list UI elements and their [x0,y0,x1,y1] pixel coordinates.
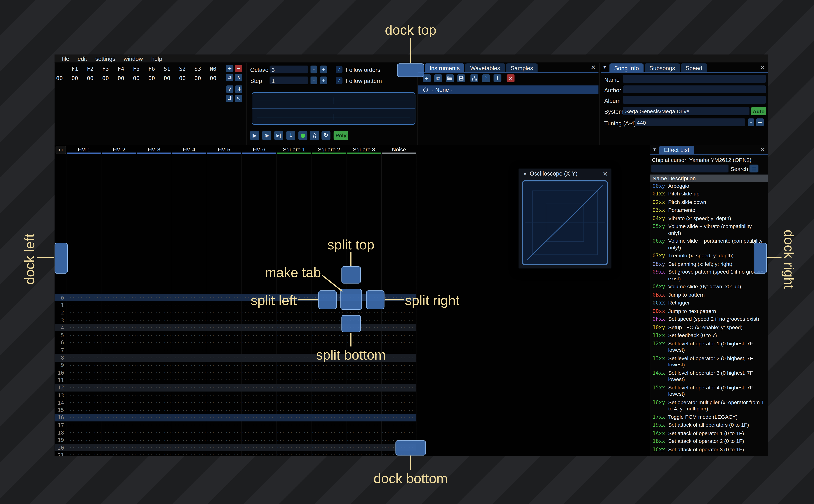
effect-row[interactable]: 16xySet operator multiplier (x: operator… [650,398,768,413]
pattern-row[interactable]: 12··· ·· ·· ······ ·· ·· ······ ·· ·· ··… [55,384,417,391]
tuning-input[interactable]: 440 [635,118,745,126]
pattern-cell[interactable]: ··· ·· ·· ··· [67,438,102,443]
pattern-cell[interactable]: ··· ·· ·· ··· [172,385,207,390]
channel-header[interactable]: Square 2 [311,145,346,154]
pattern-cell[interactable]: ··· ·· ·· ··· [241,310,276,315]
pattern-cell[interactable]: ··· ·· ·· ··· [276,400,311,405]
collapse-arrow-icon[interactable]: ▼ [523,172,527,177]
effect-row[interactable]: 02xxPitch slide down [650,198,768,206]
pattern-cell[interactable]: ··· ·· ·· ··· [137,340,172,345]
pattern-row[interactable]: 4··· ·· ·· ······ ·· ·· ······ ·· ·· ···… [55,324,417,332]
effect-list-menu-button[interactable]: ≡ [750,165,758,172]
pattern-cell[interactable]: ··· ·· ·· ··· [172,303,207,308]
pattern-cell[interactable]: ··· ·· ·· ··· [276,430,311,435]
menu-help[interactable]: help [147,55,166,62]
pattern-cell[interactable]: ··· ·· ·· ··· [172,378,207,383]
save-instrument-button[interactable] [457,74,465,82]
order-cell[interactable]: 00 [113,75,128,81]
pattern-cell[interactable]: ··· ·· ·· ··· [67,423,102,428]
pattern-cell[interactable]: ··· ·· ·· ··· [381,400,417,405]
pattern-cell[interactable]: ··· ·· ·· ··· [311,438,346,443]
duplicate-instrument-button[interactable]: ⧉ [434,74,442,82]
pattern-row[interactable]: 6··· ·· ·· ······ ·· ·· ······ ·· ·· ···… [55,339,417,347]
effect-row[interactable]: 09xxSet groove pattern (speed 1 if no gr… [650,268,768,283]
pattern-cell[interactable]: ··· ·· ·· ··· [346,430,381,435]
pattern-cell[interactable]: ··· ·· ·· ··· [102,438,137,443]
pattern-cell[interactable]: ··· ·· ·· ··· [206,400,241,405]
pattern-cell[interactable]: ··· ·· ·· ··· [102,445,137,450]
pattern-cell[interactable]: ··· ·· ·· ··· [311,340,346,345]
pattern-cell[interactable]: ··· ·· ·· ··· [241,408,276,413]
pattern-cell[interactable]: ··· ·· ·· ··· [241,325,276,330]
pattern-cell[interactable]: ··· ·· ·· ··· [172,415,207,420]
pattern-cell[interactable]: ··· ·· ·· ··· [102,370,137,375]
octave-input[interactable]: 3 [270,66,308,74]
pattern-cell[interactable]: ··· ·· ·· ··· [67,295,102,300]
step-decrease-button[interactable]: - [310,76,317,84]
pattern-cell[interactable]: ··· ·· ·· ··· [67,415,102,420]
effect-row[interactable]: 17xxToggle PCM mode (LEGACY) [650,413,768,421]
pattern-cell[interactable]: ··· ·· ·· ··· [381,385,417,390]
pattern-row[interactable]: 2··· ·· ·· ······ ·· ·· ······ ·· ·· ···… [55,309,417,317]
effect-row[interactable]: 0BxxJump to pattern [650,291,768,299]
dock-bottom-target[interactable] [395,440,426,456]
pattern-cell[interactable]: ··· ·· ·· ··· [137,385,172,390]
split-top-target[interactable] [341,266,361,284]
pattern-cell[interactable]: ··· ·· ·· ··· [137,430,172,435]
effect-row[interactable]: 11xxSet feedback (0 to 7) [650,332,768,340]
dock-top-target[interactable] [397,63,424,77]
pattern-cell[interactable]: ··· ·· ·· ··· [311,453,346,456]
tab-wavetables[interactable]: Wavetables [466,63,505,72]
effect-row[interactable]: 15xxSet level of operator 4 (0 highest, … [650,384,768,398]
pattern-cell[interactable]: ··· ·· ·· ··· [172,393,207,398]
channel-header[interactable]: FM 3 [137,145,172,154]
effect-row[interactable]: 12xxSet level of operator 1 (0 highest, … [650,340,768,354]
pattern-cell[interactable]: ··· ·· ·· ··· [137,453,172,456]
pattern-cell[interactable]: ··· ·· ·· ··· [206,415,241,420]
system-auto-button[interactable]: Auto [751,107,766,115]
split-right-target[interactable] [366,290,384,309]
pattern-cell[interactable]: ··· ·· ·· ··· [67,340,102,345]
pattern-cell[interactable]: ··· ·· ·· ··· [67,430,102,435]
pattern-cell[interactable]: ··· ·· ·· ··· [346,438,381,443]
pattern-row[interactable]: 11··· ·· ·· ······ ·· ·· ······ ·· ·· ··… [55,377,417,384]
dock-right-target[interactable] [754,243,767,274]
pattern-cell[interactable]: ··· ·· ·· ··· [241,370,276,375]
pattern-row[interactable]: 3··· ·· ·· ······ ·· ·· ······ ·· ·· ···… [55,316,417,324]
pattern-cell[interactable]: ··· ·· ·· ··· [381,363,417,368]
edit-record-toggle[interactable]: ● [298,131,307,140]
pattern-cell[interactable]: ··· ·· ·· ··· [137,408,172,413]
pattern-cell[interactable]: ··· ·· ·· ··· [137,333,172,338]
move-order-up-button[interactable]: ∧ [235,74,242,81]
pattern-cell[interactable]: ··· ·· ·· ··· [346,423,381,428]
menu-settings[interactable]: settings [91,55,119,62]
channel-header[interactable]: FM 5 [207,145,242,154]
tuning-decrease-button[interactable]: - [748,118,754,126]
move-instrument-up-button[interactable]: ↑ [482,74,490,82]
pattern-cell[interactable]: ··· ·· ·· ··· [102,415,137,420]
step-increase-button[interactable]: + [320,76,327,84]
pattern-cell[interactable]: ··· ·· ·· ··· [67,318,102,323]
pattern-cell[interactable]: ··· ·· ·· ··· [67,363,102,368]
pattern-cell[interactable]: ··· ·· ·· ··· [137,415,172,420]
pattern-cell[interactable]: ··· ·· ·· ··· [381,325,417,330]
effect-row[interactable]: 13xxSet level of operator 2 (0 highest, … [650,354,768,369]
effect-row[interactable]: 04xyVibrato (x: speed; y: depth) [650,214,768,223]
pattern-cell[interactable]: ··· ·· ·· ··· [381,310,417,315]
pattern-cell[interactable]: ··· ·· ·· ··· [381,423,417,428]
pattern-cell[interactable]: ··· ·· ·· ··· [381,430,417,435]
pattern-cell[interactable]: ··· ·· ·· ··· [172,438,207,443]
pattern-cell[interactable]: ··· ·· ·· ··· [311,423,346,428]
pattern-cell[interactable]: ··· ·· ·· ··· [311,325,346,330]
oscilloscope-xy-window[interactable]: ▼ Oscilloscope (X-Y) ✕ [518,168,612,269]
octave-decrease-button[interactable]: - [310,66,317,74]
pattern-cell[interactable]: ··· ·· ·· ··· [276,318,311,323]
follow-pattern-checkbox[interactable]: ✓ [336,77,342,84]
pattern-cell[interactable]: ··· ·· ·· ··· [137,423,172,428]
pattern-cell[interactable]: ··· ·· ·· ··· [346,400,381,405]
duplicate-order-end-button[interactable]: ⇊ [235,85,242,93]
order-cell[interactable]: 00 [83,75,98,81]
pattern-cell[interactable]: ··· ·· ·· ··· [102,333,137,338]
stop-button[interactable]: ◉ [262,131,271,140]
effect-row[interactable]: 10xySetup LFO (x: enable; y: speed) [650,323,768,332]
